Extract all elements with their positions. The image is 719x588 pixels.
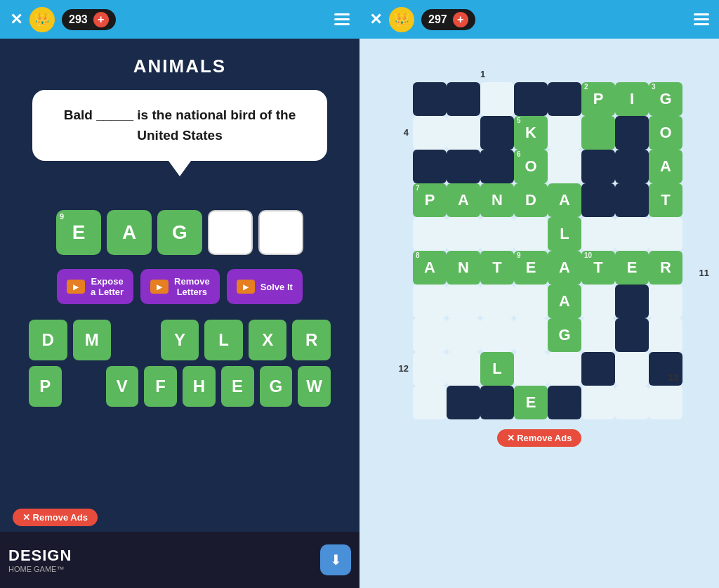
cell-r4c2[interactable]: A bbox=[447, 183, 480, 217]
cell-r9c3[interactable]: L bbox=[480, 352, 514, 386]
cell-r7c4[interactable] bbox=[514, 285, 548, 318]
cell-r2c2[interactable] bbox=[447, 116, 480, 150]
cell-r6c1[interactable]: 8A bbox=[413, 251, 447, 285]
cell-r5c5[interactable]: L bbox=[548, 217, 581, 251]
cell-r5c6[interactable] bbox=[581, 217, 615, 251]
right-score-pill: 297 + bbox=[421, 9, 475, 30]
right-plus-button[interactable]: + bbox=[453, 12, 468, 27]
left-menu-icon[interactable] bbox=[334, 13, 350, 25]
key-D[interactable]: D bbox=[29, 320, 67, 360]
cell-r9c4[interactable] bbox=[514, 352, 548, 386]
cell-r4c5[interactable]: A bbox=[548, 183, 581, 217]
expose-letter-button[interactable]: ▶ Exposea Letter bbox=[57, 269, 133, 304]
clue-text: Bald _____ is the national bird of the U… bbox=[49, 105, 310, 145]
key-P[interactable]: P bbox=[29, 366, 62, 407]
cell-r4c8[interactable]: T bbox=[649, 183, 682, 217]
key-R[interactable]: R bbox=[292, 320, 331, 360]
cell-r6c6[interactable]: 10T bbox=[581, 251, 615, 285]
left-close-button[interactable]: ✕ bbox=[10, 12, 22, 27]
cell-r2c8[interactable]: O bbox=[649, 116, 682, 150]
cell-r2c4[interactable]: 5K bbox=[514, 116, 548, 150]
remove-letters-button[interactable]: ▶ RemoveLetters bbox=[140, 269, 220, 304]
cell-r7c1[interactable] bbox=[413, 285, 447, 318]
cell-r5c1[interactable] bbox=[413, 217, 447, 251]
cell-r8c3[interactable] bbox=[480, 318, 514, 352]
cell-r2c1[interactable] bbox=[413, 116, 447, 150]
cell-r6c4[interactable]: 9E bbox=[514, 251, 548, 285]
cell-r4c3[interactable]: N bbox=[480, 183, 514, 217]
cell-r7c5[interactable]: A bbox=[548, 285, 581, 318]
key-H[interactable]: H bbox=[183, 366, 216, 407]
cell-r7c6[interactable] bbox=[581, 285, 615, 318]
cell-r1c8[interactable]: 3G bbox=[649, 82, 682, 116]
key-G[interactable]: G bbox=[260, 366, 293, 407]
label-13: 13 bbox=[668, 372, 678, 383]
cell-r8c1[interactable] bbox=[413, 318, 447, 352]
answer-tile-3[interactable] bbox=[208, 210, 253, 255]
cell-r1c3[interactable] bbox=[480, 82, 514, 116]
cell-r4c4[interactable]: D bbox=[514, 183, 548, 217]
ad-download-button[interactable]: ⬇ bbox=[320, 544, 351, 575]
cell-r3c3 bbox=[480, 150, 514, 183]
cell-r8c5[interactable]: G bbox=[548, 318, 581, 352]
cell-r5c3[interactable] bbox=[480, 217, 514, 251]
cell-r3c8[interactable]: A bbox=[649, 150, 682, 183]
cell-r5c2[interactable] bbox=[447, 217, 480, 251]
right-header: ✕ 👑 297 + bbox=[360, 0, 719, 39]
cell-r5c7[interactable] bbox=[615, 217, 649, 251]
key-V[interactable]: V bbox=[106, 366, 139, 407]
right-remove-ads-button[interactable]: ✕ Remove Ads bbox=[497, 429, 582, 447]
cell-r10c2 bbox=[447, 386, 480, 419]
cell-r1c7[interactable]: I bbox=[615, 82, 649, 116]
solve-it-button[interactable]: ▶ Solve It bbox=[227, 269, 303, 304]
cell-r7c2[interactable] bbox=[447, 285, 480, 318]
cell-r6c2[interactable]: N bbox=[447, 251, 480, 285]
cell-r6c8[interactable]: R bbox=[649, 251, 682, 285]
key-X[interactable]: X bbox=[249, 320, 287, 360]
cell-r3c4[interactable]: 6O bbox=[514, 150, 548, 183]
cell-r8c6[interactable] bbox=[581, 318, 615, 352]
film-icon-1: ▶ bbox=[67, 280, 85, 294]
right-panel: ✕ 👑 297 + 1 bbox=[360, 0, 719, 588]
cell-r2c5[interactable] bbox=[548, 116, 581, 150]
cell-r9c7[interactable] bbox=[615, 352, 649, 386]
left-remove-ads-button[interactable]: ✕ Remove Ads bbox=[13, 509, 98, 526]
cell-r10c8[interactable] bbox=[649, 386, 682, 419]
cell-r6c5[interactable]: A bbox=[548, 251, 581, 285]
cell-r5c8[interactable] bbox=[649, 217, 682, 251]
cell-r1c6[interactable]: 2P bbox=[581, 82, 615, 116]
cell-r10c1[interactable] bbox=[413, 386, 447, 419]
cell-r5c4[interactable] bbox=[514, 217, 548, 251]
key-F[interactable]: F bbox=[144, 366, 177, 407]
cell-r8c2[interactable] bbox=[447, 318, 480, 352]
left-plus-button[interactable]: + bbox=[93, 12, 109, 27]
cell-r8c4[interactable] bbox=[514, 318, 548, 352]
cell-r9c1[interactable] bbox=[413, 352, 447, 386]
key-Y[interactable]: Y bbox=[161, 320, 199, 360]
key-L[interactable]: L bbox=[204, 320, 243, 360]
answer-tile-2[interactable]: G bbox=[157, 210, 202, 255]
cell-r7c3[interactable] bbox=[480, 285, 514, 318]
cell-r7c8[interactable] bbox=[649, 285, 682, 318]
cell-r10c6[interactable] bbox=[581, 386, 615, 419]
cell-r9c2[interactable] bbox=[447, 352, 480, 386]
cell-r3c5[interactable] bbox=[548, 150, 581, 183]
cell-r8c8[interactable] bbox=[649, 318, 682, 352]
answer-tile-1[interactable]: A bbox=[107, 210, 152, 255]
cell-r10c4[interactable]: E bbox=[514, 386, 548, 419]
cell-r9c5[interactable] bbox=[548, 352, 581, 386]
right-close-button[interactable]: ✕ bbox=[369, 12, 382, 27]
cell-r10c7[interactable] bbox=[615, 386, 649, 419]
key-M[interactable]: M bbox=[73, 320, 112, 360]
key-E[interactable]: E bbox=[221, 366, 254, 407]
key-W[interactable]: W bbox=[298, 366, 331, 407]
cell-r4c1[interactable]: 7P bbox=[413, 183, 447, 217]
cell-r2c6[interactable] bbox=[581, 116, 615, 150]
ad-subtitle: HOME GAME™ bbox=[8, 565, 72, 573]
left-remove-ads-label: ✕ Remove Ads bbox=[22, 512, 88, 523]
cell-r6c7[interactable]: E bbox=[615, 251, 649, 285]
right-menu-icon[interactable] bbox=[694, 13, 709, 25]
cell-r6c3[interactable]: T bbox=[480, 251, 514, 285]
answer-tile-4[interactable] bbox=[258, 210, 303, 255]
answer-tile-0[interactable]: 9 E bbox=[56, 210, 101, 255]
